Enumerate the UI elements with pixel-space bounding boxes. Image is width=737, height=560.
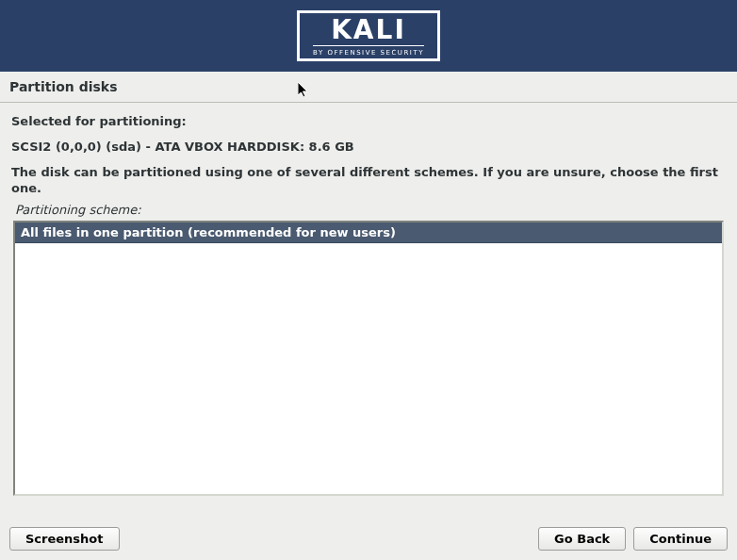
scheme-option-selected[interactable]: All files in one partition (recommended …	[15, 222, 722, 243]
disk-info-text: SCSI2 (0,0,0) (sda) - ATA VBOX HARDDISK:…	[11, 140, 726, 154]
main-content: Selected for partitioning: SCSI2 (0,0,0)…	[0, 103, 737, 503]
button-bar: Screenshot Go Back Continue	[9, 527, 728, 551]
selected-for-partitioning-label: Selected for partitioning:	[11, 114, 726, 128]
logo-tagline: BY OFFENSIVE SECURITY	[313, 45, 424, 57]
continue-button[interactable]: Continue	[633, 527, 728, 551]
screenshot-button[interactable]: Screenshot	[9, 527, 120, 551]
partitioning-scheme-label: Partitioning scheme:	[11, 203, 726, 217]
kali-logo: KALI BY OFFENSIVE SECURITY	[297, 10, 440, 61]
logo-text: KALI	[313, 17, 424, 43]
page-title: Partition disks	[0, 72, 737, 103]
header-banner: KALI BY OFFENSIVE SECURITY	[0, 0, 737, 72]
instruction-text: The disk can be partitioned using one of…	[11, 165, 726, 197]
go-back-button[interactable]: Go Back	[538, 527, 626, 551]
scheme-options-list[interactable]: All files in one partition (recommended …	[13, 221, 724, 496]
